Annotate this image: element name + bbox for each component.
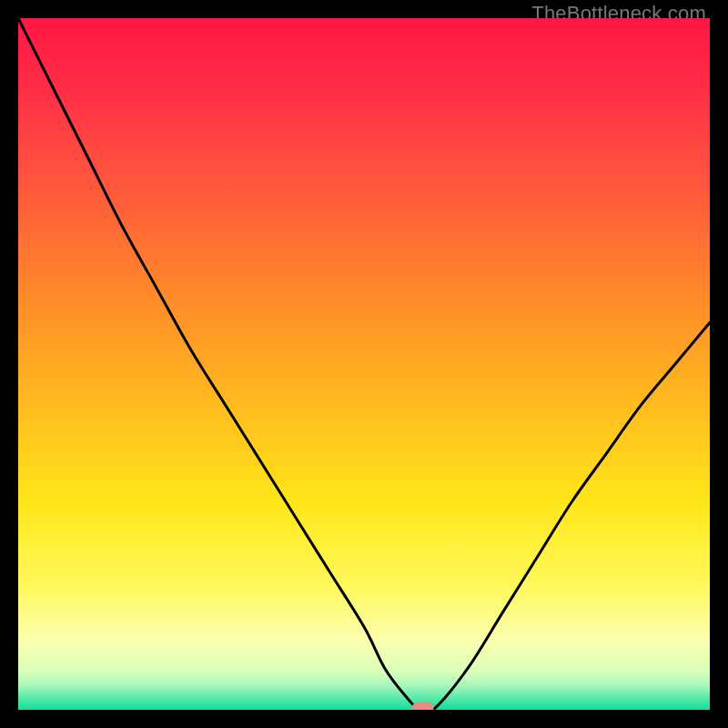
- optimum-marker: [412, 703, 434, 710]
- chart-frame: [18, 18, 710, 710]
- gradient-background: [18, 18, 710, 710]
- bottleneck-chart: [18, 18, 710, 710]
